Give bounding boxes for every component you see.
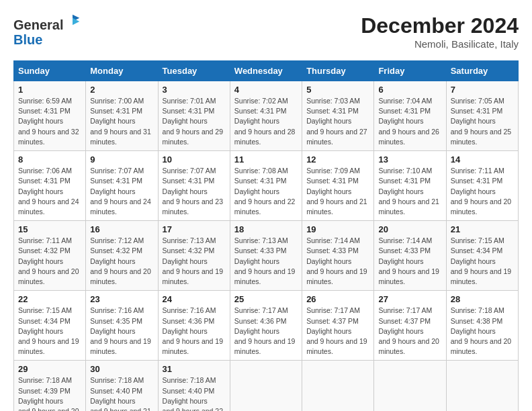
day-info: Sunrise: 6:59 AM Sunset: 4:31 PM Dayligh… xyxy=(18,96,81,147)
calendar-week-row: 8 Sunrise: 7:06 AM Sunset: 4:31 PM Dayli… xyxy=(14,151,519,221)
calendar-cell: 8 Sunrise: 7:06 AM Sunset: 4:31 PM Dayli… xyxy=(14,151,86,221)
calendar-cell xyxy=(374,361,446,411)
day-number: 3 xyxy=(163,85,226,95)
logo: General Blue xyxy=(13,13,81,47)
day-info: Sunrise: 7:14 AM Sunset: 4:33 PM Dayligh… xyxy=(306,236,369,287)
calendar-cell: 21 Sunrise: 7:15 AM Sunset: 4:34 PM Dayl… xyxy=(446,221,518,291)
day-info: Sunrise: 7:01 AM Sunset: 4:31 PM Dayligh… xyxy=(163,96,226,147)
logo-text-general: General xyxy=(13,17,63,32)
logo-text-blue: Blue xyxy=(13,32,81,47)
day-info: Sunrise: 7:16 AM Sunset: 4:36 PM Dayligh… xyxy=(163,306,226,357)
day-number: 21 xyxy=(451,224,514,234)
calendar-cell xyxy=(230,361,302,411)
calendar-cell: 15 Sunrise: 7:11 AM Sunset: 4:32 PM Dayl… xyxy=(14,221,86,291)
calendar-cell: 7 Sunrise: 7:05 AM Sunset: 4:31 PM Dayli… xyxy=(446,81,518,151)
day-info: Sunrise: 7:02 AM Sunset: 4:31 PM Dayligh… xyxy=(234,96,298,147)
day-info: Sunrise: 7:18 AM Sunset: 4:40 PM Dayligh… xyxy=(163,375,226,411)
calendar-cell: 17 Sunrise: 7:13 AM Sunset: 4:32 PM Dayl… xyxy=(158,221,230,291)
day-number: 8 xyxy=(18,154,81,165)
calendar-cell: 16 Sunrise: 7:12 AM Sunset: 4:32 PM Dayl… xyxy=(86,221,158,291)
weekday-header-sunday: Sunday xyxy=(14,61,86,81)
calendar-cell: 18 Sunrise: 7:13 AM Sunset: 4:33 PM Dayl… xyxy=(230,221,302,291)
weekday-header-thursday: Thursday xyxy=(302,61,374,81)
day-number: 2 xyxy=(90,85,153,95)
calendar-week-row: 15 Sunrise: 7:11 AM Sunset: 4:32 PM Dayl… xyxy=(14,221,519,291)
day-info: Sunrise: 7:00 AM Sunset: 4:31 PM Dayligh… xyxy=(90,96,153,147)
calendar-cell xyxy=(302,361,374,411)
day-number: 9 xyxy=(90,154,153,165)
day-number: 29 xyxy=(18,364,81,374)
day-info: Sunrise: 7:12 AM Sunset: 4:32 PM Dayligh… xyxy=(90,236,153,287)
calendar-cell: 10 Sunrise: 7:07 AM Sunset: 4:31 PM Dayl… xyxy=(158,151,230,221)
calendar-cell xyxy=(446,361,518,411)
day-info: Sunrise: 7:03 AM Sunset: 4:31 PM Dayligh… xyxy=(306,96,369,147)
logo-flag-icon xyxy=(64,13,81,30)
day-info: Sunrise: 7:16 AM Sunset: 4:35 PM Dayligh… xyxy=(90,306,153,357)
calendar-cell: 25 Sunrise: 7:17 AM Sunset: 4:36 PM Dayl… xyxy=(230,291,302,361)
calendar-week-row: 22 Sunrise: 7:15 AM Sunset: 4:34 PM Dayl… xyxy=(14,291,519,361)
calendar-cell: 28 Sunrise: 7:18 AM Sunset: 4:38 PM Dayl… xyxy=(446,291,518,361)
day-number: 20 xyxy=(378,224,441,234)
day-number: 30 xyxy=(90,364,153,374)
day-number: 10 xyxy=(163,154,226,165)
page-header: General Blue December 2024 Nemoli, Basil… xyxy=(13,13,519,50)
weekday-header-saturday: Saturday xyxy=(446,61,518,81)
calendar-cell: 23 Sunrise: 7:16 AM Sunset: 4:35 PM Dayl… xyxy=(86,291,158,361)
day-info: Sunrise: 7:18 AM Sunset: 4:39 PM Dayligh… xyxy=(18,375,81,411)
day-info: Sunrise: 7:13 AM Sunset: 4:32 PM Dayligh… xyxy=(163,236,226,287)
calendar-cell: 3 Sunrise: 7:01 AM Sunset: 4:31 PM Dayli… xyxy=(158,81,230,151)
calendar-cell: 5 Sunrise: 7:03 AM Sunset: 4:31 PM Dayli… xyxy=(302,81,374,151)
calendar-cell: 30 Sunrise: 7:18 AM Sunset: 4:40 PM Dayl… xyxy=(86,361,158,411)
day-number: 18 xyxy=(234,224,298,234)
calendar-week-row: 1 Sunrise: 6:59 AM Sunset: 4:31 PM Dayli… xyxy=(14,81,519,151)
day-info: Sunrise: 7:07 AM Sunset: 4:31 PM Dayligh… xyxy=(163,166,226,217)
day-number: 25 xyxy=(234,294,298,304)
day-number: 19 xyxy=(306,224,369,234)
day-info: Sunrise: 7:10 AM Sunset: 4:31 PM Dayligh… xyxy=(378,166,441,217)
calendar-cell: 1 Sunrise: 6:59 AM Sunset: 4:31 PM Dayli… xyxy=(14,81,86,151)
day-info: Sunrise: 7:14 AM Sunset: 4:33 PM Dayligh… xyxy=(378,236,441,287)
calendar-cell: 26 Sunrise: 7:17 AM Sunset: 4:37 PM Dayl… xyxy=(302,291,374,361)
day-number: 4 xyxy=(234,85,298,95)
day-number: 31 xyxy=(163,364,226,374)
day-info: Sunrise: 7:13 AM Sunset: 4:33 PM Dayligh… xyxy=(234,236,298,287)
calendar-cell: 24 Sunrise: 7:16 AM Sunset: 4:36 PM Dayl… xyxy=(158,291,230,361)
day-number: 27 xyxy=(378,294,441,304)
day-number: 1 xyxy=(18,85,81,95)
day-info: Sunrise: 7:07 AM Sunset: 4:31 PM Dayligh… xyxy=(90,166,153,217)
day-number: 5 xyxy=(306,85,369,95)
calendar-cell: 14 Sunrise: 7:11 AM Sunset: 4:31 PM Dayl… xyxy=(446,151,518,221)
weekday-header-monday: Monday xyxy=(86,61,158,81)
calendar-week-row: 29 Sunrise: 7:18 AM Sunset: 4:39 PM Dayl… xyxy=(14,361,519,411)
calendar-cell: 19 Sunrise: 7:14 AM Sunset: 4:33 PM Dayl… xyxy=(302,221,374,291)
day-number: 26 xyxy=(306,294,369,304)
calendar-cell: 13 Sunrise: 7:10 AM Sunset: 4:31 PM Dayl… xyxy=(374,151,446,221)
month-title: December 2024 xyxy=(361,13,519,38)
day-number: 23 xyxy=(90,294,153,304)
day-info: Sunrise: 7:11 AM Sunset: 4:31 PM Dayligh… xyxy=(451,166,514,217)
calendar-cell: 22 Sunrise: 7:15 AM Sunset: 4:34 PM Dayl… xyxy=(14,291,86,361)
day-number: 13 xyxy=(378,154,441,165)
day-number: 11 xyxy=(234,154,298,165)
calendar-cell: 31 Sunrise: 7:18 AM Sunset: 4:40 PM Dayl… xyxy=(158,361,230,411)
calendar-cell: 27 Sunrise: 7:17 AM Sunset: 4:37 PM Dayl… xyxy=(374,291,446,361)
day-number: 15 xyxy=(18,224,81,234)
day-number: 14 xyxy=(451,154,514,165)
day-info: Sunrise: 7:05 AM Sunset: 4:31 PM Dayligh… xyxy=(451,96,514,147)
day-info: Sunrise: 7:04 AM Sunset: 4:31 PM Dayligh… xyxy=(378,96,441,147)
day-info: Sunrise: 7:11 AM Sunset: 4:32 PM Dayligh… xyxy=(18,236,81,287)
day-info: Sunrise: 7:17 AM Sunset: 4:37 PM Dayligh… xyxy=(306,306,369,357)
day-number: 28 xyxy=(451,294,514,304)
day-info: Sunrise: 7:18 AM Sunset: 4:40 PM Dayligh… xyxy=(90,375,153,411)
calendar-cell: 20 Sunrise: 7:14 AM Sunset: 4:33 PM Dayl… xyxy=(374,221,446,291)
day-info: Sunrise: 7:06 AM Sunset: 4:31 PM Dayligh… xyxy=(18,166,81,217)
day-number: 6 xyxy=(378,85,441,95)
day-info: Sunrise: 7:17 AM Sunset: 4:37 PM Dayligh… xyxy=(378,306,441,357)
calendar-cell: 2 Sunrise: 7:00 AM Sunset: 4:31 PM Dayli… xyxy=(86,81,158,151)
day-number: 12 xyxy=(306,154,369,165)
calendar-cell: 12 Sunrise: 7:09 AM Sunset: 4:31 PM Dayl… xyxy=(302,151,374,221)
calendar-table: SundayMondayTuesdayWednesdayThursdayFrid… xyxy=(13,60,519,411)
day-number: 24 xyxy=(163,294,226,304)
weekday-header-wednesday: Wednesday xyxy=(230,61,302,81)
day-number: 22 xyxy=(18,294,81,304)
